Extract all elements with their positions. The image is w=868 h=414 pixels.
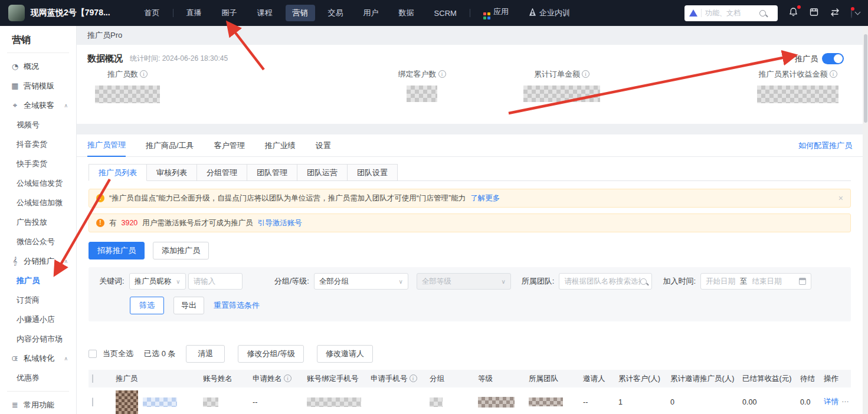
cell-inviter: -- xyxy=(579,398,615,406)
filter-button[interactable]: 筛选 xyxy=(130,297,164,314)
subtab-promoter-list[interactable]: 推广员列表 xyxy=(89,164,147,181)
learn-more-link[interactable]: 了解更多 xyxy=(470,193,500,203)
scrollbar-thumb[interactable] xyxy=(864,34,867,123)
search-icon[interactable] xyxy=(759,10,766,17)
tab-promo-goods-tools[interactable]: 推广商品/工具 xyxy=(146,134,194,156)
subtab-team-management[interactable]: 团队管理 xyxy=(247,164,297,181)
team-search-box[interactable] xyxy=(559,273,652,290)
avatar-badge xyxy=(851,7,854,11)
recruit-promoter-button[interactable]: 招募推广员 xyxy=(89,242,145,259)
subtab-review-list[interactable]: 审核列表 xyxy=(146,164,197,181)
info-icon[interactable]: i xyxy=(783,55,791,63)
tab-promo-performance[interactable]: 推广业绩 xyxy=(265,134,296,156)
info-icon[interactable]: i xyxy=(410,374,417,382)
modify-inviter-button[interactable]: 修改邀请人 xyxy=(317,345,373,363)
sidebar-item-overview[interactable]: ◔概况 xyxy=(0,57,76,76)
nav-item-home[interactable]: 首页 xyxy=(137,5,167,21)
search-icon[interactable] xyxy=(640,278,647,285)
info-icon[interactable]: i xyxy=(140,70,148,78)
level-select[interactable]: 全部等级∨ xyxy=(417,273,511,290)
close-icon[interactable]: × xyxy=(838,193,843,203)
subtab-team-settings[interactable]: 团队设置 xyxy=(347,164,398,181)
keyword-type-select[interactable]: 推广员昵称∨ xyxy=(129,273,186,290)
store-name[interactable]: 现网蓝悦2号【7978... xyxy=(31,8,110,18)
sidebar-item-private-conversion[interactable]: ꈿ私域转化∧ xyxy=(0,349,76,368)
reset-filters-link[interactable]: 重置筛选条件 xyxy=(214,300,260,311)
nav-item-marketing[interactable]: 营销 xyxy=(286,5,315,21)
storefront-icon xyxy=(809,7,819,17)
header-checkbox[interactable] xyxy=(92,374,93,383)
nav-item-user[interactable]: 用户 xyxy=(356,5,386,21)
sidebar-item-content-market[interactable]: 内容分销市场 xyxy=(0,329,76,349)
nav-item-course[interactable]: 课程 xyxy=(250,5,280,21)
row-checkbox[interactable] xyxy=(92,397,93,406)
tab-customer-management[interactable]: 客户管理 xyxy=(214,134,245,156)
info-icon[interactable]: i xyxy=(582,70,589,78)
nav-item-scrm[interactable]: SCRM xyxy=(427,6,464,21)
date-range-picker[interactable]: 开始日期 至 结束日期 xyxy=(700,273,811,290)
clear-out-button[interactable]: 清退 xyxy=(186,345,225,363)
sidebar-item-distribution[interactable]: 𝄞分销推广∧ xyxy=(0,251,76,271)
select-all-checkbox[interactable] xyxy=(89,350,97,358)
promoter-toggle[interactable] xyxy=(822,53,844,64)
guide-activation-link[interactable]: 引导激活账号 xyxy=(258,218,302,228)
stat-bound-customers: 绑定客户数i xyxy=(363,69,481,102)
modify-group-level-button[interactable]: 修改分组/等级 xyxy=(238,345,304,363)
subtab-team-operation[interactable]: 团队运营 xyxy=(297,164,348,181)
detail-link[interactable]: 详情 xyxy=(824,397,838,406)
keyword-input[interactable] xyxy=(188,273,243,290)
tab-settings[interactable]: 设置 xyxy=(316,134,331,156)
group-level-label: 分组/等级: xyxy=(274,276,309,287)
info-icon[interactable]: i xyxy=(830,70,837,78)
sidebar-item-kuaishou[interactable]: 快手卖货 xyxy=(0,154,76,173)
vertical-scrollbar[interactable] xyxy=(863,26,868,414)
user-menu[interactable] xyxy=(851,9,860,18)
subtab-group-management[interactable]: 分组管理 xyxy=(196,164,247,181)
start-date[interactable]: 开始日期 xyxy=(706,277,735,287)
chevron-down-icon: ∨ xyxy=(502,278,506,285)
group-select[interactable]: 全部分组∨ xyxy=(314,273,408,290)
nav-item-trade[interactable]: 交易 xyxy=(321,5,351,21)
tab-promoter-management[interactable]: 推广员管理 xyxy=(87,134,126,157)
notifications-bell[interactable] xyxy=(788,7,798,19)
sidebar-item-wechat-oa[interactable]: 微信公众号 xyxy=(0,232,76,251)
chevron-up-icon: ∧ xyxy=(64,258,68,264)
end-date[interactable]: 结束日期 xyxy=(752,277,782,287)
sidebar-item-sms-wechat[interactable]: 公域短信加微 xyxy=(0,193,76,212)
sidebar-item-xiaozhuantong[interactable]: 小赚通小店 xyxy=(0,310,76,329)
nav-item-circle[interactable]: 圈子 xyxy=(215,5,244,21)
censored-value xyxy=(523,86,600,102)
nav-item-data[interactable]: 数据 xyxy=(392,5,421,21)
sidebar: 营销 ◔概况 ▦营销模版 ⌖全域获客∧ 视频号 抖音卖货 快手卖货 公域短信发货… xyxy=(0,26,77,414)
sidebar-item-video-account[interactable]: 视频号 xyxy=(0,115,76,134)
sidebar-item-acquisition[interactable]: ⌖全域获客∧ xyxy=(0,96,76,115)
list-icon: ≣ xyxy=(11,400,19,409)
info-icon[interactable]: i xyxy=(438,70,446,78)
info-icon[interactable]: i xyxy=(284,374,291,382)
global-search-input[interactable] xyxy=(705,9,756,17)
sidebar-item-douyin[interactable]: 抖音卖货 xyxy=(0,134,76,154)
nav-item-apps[interactable]: 应用 xyxy=(476,4,516,22)
global-search[interactable] xyxy=(684,5,778,21)
sidebar-item-supplier[interactable]: 订货商 xyxy=(0,290,76,310)
more-actions-icon[interactable]: ⋯ xyxy=(841,397,849,406)
switch-account[interactable] xyxy=(830,8,840,18)
censored-text xyxy=(307,397,361,407)
sidebar-item-templates[interactable]: ▦营销模版 xyxy=(0,76,76,96)
how-to-configure-link[interactable]: 如何配置推广员 xyxy=(798,140,852,151)
divider xyxy=(7,52,69,53)
sidebar-item-common-functions[interactable]: ≣常用功能 xyxy=(0,395,76,414)
workbench[interactable] xyxy=(809,7,819,19)
nav-item-live[interactable]: 直播 xyxy=(179,5,209,21)
action-buttons: 招募推广员 添加推广员 xyxy=(89,242,851,259)
export-button[interactable]: 导出 xyxy=(173,297,204,314)
chevron-up-icon: ∧ xyxy=(64,103,68,109)
sidebar-item-ads[interactable]: 广告投放 xyxy=(0,212,76,232)
sidebar-item-coupon[interactable]: 优惠券 xyxy=(0,368,76,387)
nav-item-enterprise-training[interactable]: 企业内训 xyxy=(522,5,577,21)
add-promoter-button[interactable]: 添加推广员 xyxy=(153,242,209,259)
sidebar-item-promoter[interactable]: 推广员 xyxy=(0,271,76,290)
sidebar-item-sms-delivery[interactable]: 公域短信发货 xyxy=(0,173,76,193)
topnav-right-tools xyxy=(684,5,860,21)
team-search-input[interactable] xyxy=(564,277,640,285)
